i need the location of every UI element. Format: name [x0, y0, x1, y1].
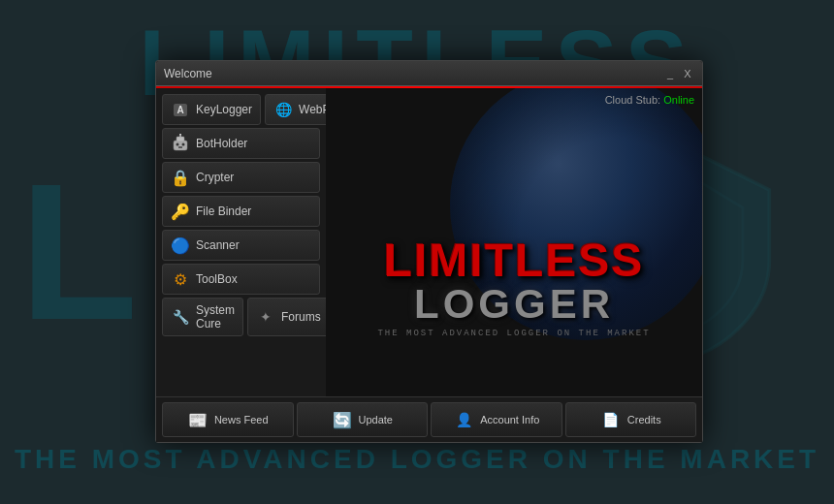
svg-rect-1	[176, 137, 184, 142]
botholder-icon	[171, 134, 190, 153]
forums-icon: ✦	[256, 307, 275, 327]
watermark-text-bottom: THE MOST ADVANCED LOGGER ON THE MARKET	[0, 444, 834, 475]
close-button[interactable]: X	[681, 67, 694, 80]
main-panel: Cloud Stub: Online LIMITLESS LOGGER THE …	[326, 88, 702, 396]
update-label: Update	[359, 414, 393, 425]
svg-point-3	[182, 143, 185, 146]
update-button[interactable]: 🔄 Update	[297, 402, 429, 437]
crypter-icon: 🔒	[171, 168, 190, 187]
account-info-button[interactable]: 👤 Account Info	[431, 402, 562, 437]
content-area: A KeyLogger 🌐 WebPanel	[156, 88, 702, 396]
credits-label: Credits	[627, 414, 661, 425]
filebinder-label: File Binder	[196, 205, 251, 218]
logo-subtitle: THE MOST ADVANCED LOGGER ON THE MARKET	[336, 329, 692, 338]
forums-button[interactable]: ✦ Forums	[247, 298, 330, 336]
botholder-label: BotHolder	[196, 137, 247, 150]
sidebar-item-crypter[interactable]: 🔒 Crypter	[162, 162, 320, 193]
keylogger-icon: A	[171, 100, 190, 119]
account-info-label: Account Info	[480, 414, 539, 425]
cloud-status-label: Cloud Stub:	[605, 94, 660, 106]
news-feed-button[interactable]: 📰 News Feed	[162, 402, 294, 437]
update-icon: 🔄	[332, 409, 353, 430]
sidebar-item-botholder[interactable]: BotHolder	[162, 128, 320, 159]
sidebar-item-filebinder[interactable]: 🔑 File Binder	[162, 196, 320, 227]
logo-area: LIMITLESS LOGGER THE MOST ADVANCED LOGGE…	[336, 237, 692, 338]
filebinder-icon: 🔑	[171, 202, 190, 221]
svg-point-2	[176, 143, 179, 146]
news-feed-label: News Feed	[214, 414, 269, 425]
scanner-icon: 🔵	[171, 236, 190, 255]
sidebar: A KeyLogger 🌐 WebPanel	[156, 88, 326, 396]
crypter-label: Crypter	[196, 171, 234, 184]
scanner-label: Scanner	[196, 238, 240, 252]
svg-rect-0	[174, 141, 187, 150]
account-info-icon: 👤	[453, 409, 474, 430]
window-controls: _ X	[663, 67, 694, 80]
sidebar-item-systemcure[interactable]: 🔧 System Cure	[162, 298, 243, 336]
webpanel-icon: 🌐	[273, 100, 293, 119]
main-window: Welcome _ X A KeyLogger 🌐 WebPanel	[155, 60, 703, 443]
top-nav-row: A KeyLogger 🌐 WebPanel	[162, 94, 320, 125]
sidebar-item-scanner[interactable]: 🔵 Scanner	[162, 230, 320, 261]
logo-limitless: LIMITLESS	[336, 237, 692, 284]
systemcure-icon: 🔧	[171, 307, 190, 327]
credits-button[interactable]: 📄 Credits	[565, 402, 697, 437]
svg-rect-4	[178, 146, 182, 148]
news-feed-icon: 📰	[187, 409, 208, 430]
cloud-status: Cloud Stub: Online	[605, 94, 694, 106]
toolbox-icon: ⚙	[171, 269, 190, 289]
sidebar-item-toolbox[interactable]: ⚙ ToolBox	[162, 264, 320, 295]
keylogger-label: KeyLogger	[196, 103, 252, 116]
bottom-nav-row: 🔧 System Cure ✦ Forums	[162, 298, 320, 336]
credits-icon: 📄	[600, 409, 622, 430]
systemcure-label: System Cure	[196, 303, 235, 331]
forums-label: Forums	[281, 310, 321, 324]
toolbox-label: ToolBox	[196, 272, 238, 286]
watermark-letter: L	[19, 141, 138, 363]
cloud-status-value: Online	[663, 94, 694, 106]
footer-buttons: 📰 News Feed 🔄 Update 👤 Account Info 📄 Cr…	[156, 396, 702, 442]
titlebar: Welcome _ X	[156, 61, 702, 86]
sidebar-item-keylogger[interactable]: A KeyLogger	[162, 94, 261, 125]
window-title: Welcome	[164, 67, 212, 80]
logo-logger: LOGGER	[336, 284, 692, 325]
minimize-button[interactable]: _	[663, 67, 677, 80]
